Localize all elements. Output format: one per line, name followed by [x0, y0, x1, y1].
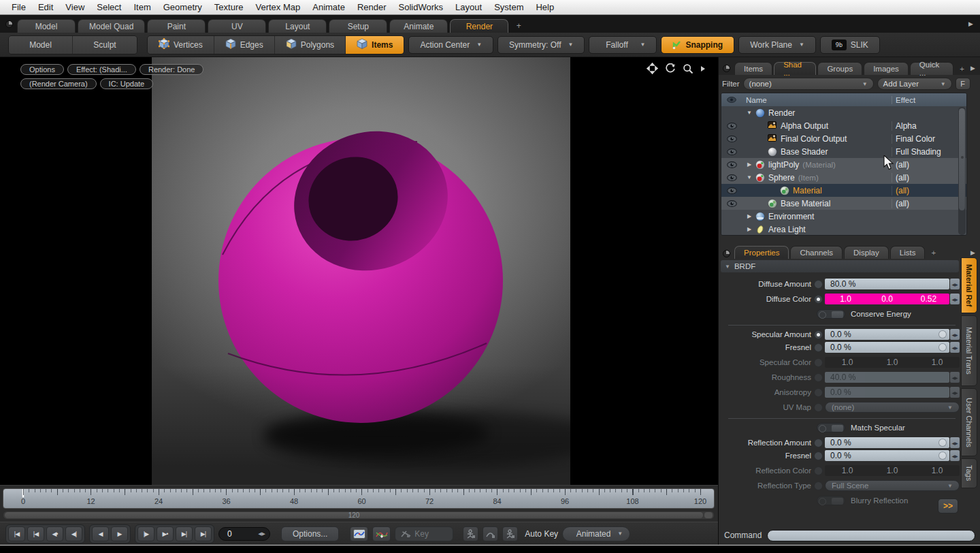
value-stepper[interactable]: ◀▶ — [950, 294, 960, 304]
shader-tab-quick[interactable]: Quick ... — [910, 62, 954, 75]
overlay-effect-shadi[interactable]: Effect: (Shadi... — [67, 64, 136, 75]
side-tab-material-trans[interactable]: Material Trans — [961, 315, 977, 386]
menu-select[interactable]: Select — [91, 2, 127, 12]
tree-item-effect[interactable]: (all) — [892, 173, 966, 183]
tree-row-base-material[interactable]: Base Material(all) — [721, 197, 966, 210]
field-ghost-knob[interactable] — [938, 330, 947, 338]
play-forward-button[interactable]: ▶ — [111, 526, 128, 541]
color-field[interactable]: 1.00.00.52 — [825, 294, 949, 304]
tree-row-area-light[interactable]: ▶Area Light — [721, 223, 966, 236]
tree-row-base-shader[interactable]: Base ShaderFull Shading — [721, 145, 966, 158]
go-end-button[interactable]: ▶| — [195, 526, 212, 541]
current-frame-field[interactable]: 0◀▶ — [218, 527, 270, 541]
eye-toggle[interactable] — [721, 200, 742, 207]
prop-tab-lists[interactable]: Lists — [890, 246, 926, 259]
viewport-orbit-icon[interactable] — [665, 63, 676, 74]
expander-down-icon[interactable]: ▼ — [745, 110, 754, 116]
component-button-polygons[interactable]: Polygons — [275, 36, 346, 54]
play-backward-button[interactable]: ◀ — [92, 526, 109, 541]
tree-row-environment[interactable]: ▶Environment — [721, 210, 966, 223]
range-thumb[interactable]: 120 — [5, 512, 703, 518]
value-field[interactable]: 0.0 % — [825, 329, 949, 340]
channel-knob[interactable] — [814, 481, 823, 490]
menu-texture[interactable]: Texture — [208, 2, 250, 12]
side-tab-user-channels[interactable]: User Channels — [961, 388, 977, 456]
component-button-items[interactable]: Items — [346, 36, 404, 54]
toggle-blurry-reflection[interactable] — [817, 496, 845, 505]
tab-setup[interactable]: Setup — [329, 19, 387, 33]
tree-item-effect[interactable]: Alpha — [892, 121, 966, 131]
keying-mode-2-button[interactable] — [483, 526, 498, 541]
filter-f-button[interactable]: F — [956, 78, 970, 90]
add-layer-dropdown[interactable]: Add Layer▼ — [877, 78, 952, 90]
auto-key-mode-dropdown[interactable]: Animated▼ — [562, 526, 630, 541]
key-button[interactable]: Key — [395, 526, 453, 541]
tab-model[interactable]: Model — [17, 19, 76, 33]
tree-row-final-color-output[interactable]: Final Color OutputFinal Color — [721, 132, 966, 145]
eye-toggle[interactable] — [721, 148, 742, 155]
action-center-dropdown[interactable]: Action Center▼ — [408, 36, 493, 54]
menu-edit[interactable]: Edit — [32, 2, 59, 12]
tree-item-effect[interactable]: (all) — [892, 160, 966, 170]
overlay-options[interactable]: Options — [20, 64, 64, 75]
playhead[interactable] — [22, 489, 24, 497]
value-field[interactable]: 0.0 % — [825, 437, 949, 448]
tree-row-render[interactable]: ▼Render — [721, 106, 966, 119]
eye-toggle[interactable] — [721, 161, 742, 168]
expander-down-icon[interactable]: ▼ — [745, 174, 754, 180]
toggle-conserve-energy[interactable] — [817, 309, 845, 319]
value-stepper[interactable]: ◀▶ — [950, 372, 960, 383]
tree-item-effect[interactable]: Full Shading — [892, 147, 966, 157]
prop-tab-display[interactable]: Display — [844, 246, 889, 259]
panel-pie-icon[interactable] — [723, 65, 730, 72]
component-button-vertices[interactable]: Vertices — [148, 36, 214, 54]
eye-toggle[interactable] — [721, 136, 742, 142]
eye-toggle[interactable] — [721, 174, 742, 181]
tree-row-sphere[interactable]: ▼Sphere(Item)(all) — [721, 171, 966, 184]
expander-right-icon[interactable]: ▶ — [745, 213, 754, 219]
command-input[interactable] — [767, 530, 975, 541]
menu-help[interactable]: Help — [529, 2, 560, 12]
expander-right-icon[interactable]: ▶ — [745, 161, 754, 168]
channel-knob[interactable] — [814, 358, 823, 367]
value-field[interactable]: 0.0 % — [825, 450, 949, 461]
snapping-button[interactable]: Snapping — [661, 36, 734, 54]
menu-system[interactable]: System — [488, 2, 529, 12]
viewport-pie-icon[interactable] — [5, 20, 13, 28]
prev-frame-button[interactable]: ◀| — [65, 526, 82, 541]
channel-knob[interactable] — [814, 295, 823, 304]
next-key-button[interactable]: ▶| — [176, 526, 193, 541]
menu-layout[interactable]: Layout — [449, 2, 488, 12]
channel-knob[interactable] — [814, 330, 823, 339]
filter-dropdown[interactable]: (none)▼ — [743, 78, 874, 90]
dropdown-field[interactable]: (none)▼ — [825, 402, 960, 413]
prev-sample-button[interactable]: ◀• — [46, 526, 63, 541]
next-sample-button[interactable]: ▶• — [157, 526, 174, 541]
overlay-ic-update[interactable]: IC: Update — [100, 78, 154, 89]
tab-animate[interactable]: Animate — [389, 19, 448, 33]
menu-solidworks[interactable]: SolidWorks — [393, 2, 450, 12]
viewport-zoom-icon[interactable] — [683, 63, 693, 74]
viewport-expand-icon[interactable] — [700, 65, 706, 72]
value-field[interactable]: 0.0 % — [825, 342, 949, 353]
menu-item[interactable]: Item — [127, 2, 157, 12]
prop-tab-channels[interactable]: Channels — [790, 246, 843, 259]
eye-toggle[interactable] — [721, 187, 742, 194]
more-properties-button[interactable]: >> — [938, 499, 958, 514]
shader-tab-shad[interactable]: Shad ... — [774, 62, 816, 75]
shader-tab-groups[interactable]: Groups — [817, 62, 862, 75]
tree-item-effect[interactable]: Final Color — [892, 134, 966, 144]
menu-animate[interactable]: Animate — [306, 2, 351, 12]
shader-tab-items[interactable]: Items — [734, 62, 772, 75]
next-frame-button[interactable]: |▶ — [137, 526, 154, 541]
tab-scroll-right-icon[interactable]: ▶ — [968, 20, 977, 33]
value-stepper[interactable]: ◀▶ — [950, 387, 960, 398]
dropdown-field[interactable]: Full Scene▼ — [825, 480, 960, 491]
tab-uv[interactable]: UV — [208, 19, 266, 33]
channel-knob[interactable] — [814, 373, 823, 382]
tab-model-quad[interactable]: Model Quad — [78, 19, 145, 33]
viewport-3d[interactable]: OptionsEffect: (Shadi...Render: Done (Re… — [0, 57, 718, 485]
value-stepper[interactable]: ◀▶ — [950, 342, 960, 353]
effect-column-header[interactable]: Effect — [892, 96, 966, 104]
prop-add-tab-button[interactable]: + — [926, 246, 941, 259]
